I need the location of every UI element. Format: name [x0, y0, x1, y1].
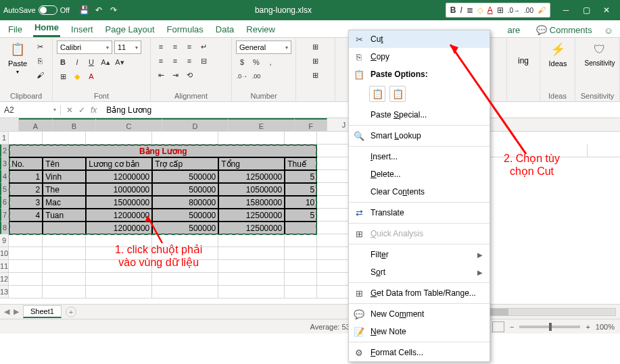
cell[interactable]: 800000 — [152, 196, 218, 209]
cell[interactable] — [285, 286, 317, 298]
cell[interactable]: Bảng Lương — [9, 145, 317, 157]
row-header[interactable]: 4 — [0, 170, 9, 183]
paste-button[interactable]: 📋 Paste ▾ — [4, 41, 31, 75]
decrease-font-icon[interactable]: A▾ — [114, 56, 126, 68]
row-header[interactable]: 5 — [0, 183, 9, 196]
cell[interactable] — [317, 222, 351, 234]
cell[interactable] — [588, 145, 620, 157]
row-header[interactable]: 13 — [0, 286, 9, 298]
cell[interactable] — [9, 273, 43, 286]
cell[interactable] — [285, 132, 317, 145]
fill-color-icon[interactable]: ◆ — [71, 70, 83, 82]
wrap-text-icon[interactable]: ↵ — [197, 41, 210, 53]
cell[interactable] — [9, 286, 43, 298]
cell[interactable] — [9, 132, 43, 145]
cell[interactable]: 12500000 — [218, 222, 285, 234]
font-color-icon[interactable]: A — [85, 70, 97, 82]
font-color-icon[interactable]: A — [486, 5, 494, 15]
cell[interactable]: 5 — [285, 170, 317, 183]
cell[interactable]: 500000 — [152, 170, 218, 183]
cell[interactable]: Thuế — [285, 157, 317, 170]
name-box[interactable]: A2 ▾ — [0, 105, 61, 115]
cell[interactable] — [285, 247, 317, 260]
undo-icon[interactable]: ↶ — [93, 5, 104, 16]
copy-icon[interactable]: ⎘ — [34, 55, 46, 67]
menu-new-comment[interactable]: 💬 New Comment — [349, 305, 490, 323]
cell[interactable] — [218, 286, 285, 298]
cell[interactable] — [152, 273, 218, 286]
cell[interactable] — [218, 247, 285, 260]
sheet-nav-prev[interactable]: ◀ — [4, 307, 9, 316]
spreadsheet-grid[interactable]: ABCDEFJKL 12345678910111213 Bảng LươngNo… — [0, 118, 620, 304]
menu-new-note[interactable]: 📝 New Note — [349, 323, 490, 340]
comments-button[interactable]: 💬 Comments — [531, 23, 596, 37]
cell[interactable] — [9, 260, 43, 273]
cell[interactable] — [317, 196, 351, 209]
row-header[interactable]: 2 — [0, 145, 9, 157]
number-format-combo[interactable]: General▾ — [236, 41, 291, 54]
cell[interactable] — [9, 247, 43, 260]
menu-delete[interactable]: Delete... — [349, 165, 490, 183]
font-name-combo[interactable]: Calibri▾ — [57, 41, 112, 54]
align-top-icon[interactable]: ≡ — [155, 41, 167, 53]
cell[interactable] — [218, 273, 285, 286]
cell[interactable] — [218, 234, 285, 247]
row-header[interactable]: 8 — [0, 222, 9, 234]
currency-icon[interactable]: $ — [236, 56, 248, 68]
increase-decimal-icon[interactable]: .0→ — [236, 70, 248, 82]
cell[interactable] — [43, 286, 86, 298]
menu-copy[interactable]: ⎘ Copy — [349, 48, 490, 66]
cell[interactable]: 10 — [285, 196, 317, 209]
menu-get-data[interactable]: ⊞ Get Data from Table/Range... — [349, 284, 490, 302]
zoom-in-button[interactable]: + — [586, 323, 590, 331]
cell[interactable]: 10000000 — [86, 183, 152, 196]
cell[interactable] — [86, 260, 152, 273]
font-size-combo[interactable]: 11▾ — [114, 41, 141, 54]
row-header[interactable]: 12 — [0, 273, 9, 286]
close-button[interactable]: ✕ — [596, 0, 617, 20]
save-icon[interactable]: 💾 — [78, 5, 89, 16]
select-all-corner[interactable] — [0, 118, 19, 131]
cell[interactable] — [317, 157, 351, 170]
cell[interactable]: 12000000 — [86, 222, 152, 234]
cell[interactable] — [317, 286, 351, 298]
cell[interactable]: 500000 — [152, 183, 218, 196]
col-header[interactable]: A — [19, 118, 53, 131]
cell[interactable] — [285, 234, 317, 247]
tab-page-layout[interactable]: Page Layout — [104, 22, 156, 37]
align-icon[interactable]: ≣ — [465, 5, 475, 15]
decrease-decimal-icon[interactable]: .00 — [250, 70, 262, 82]
view-page-break-icon[interactable] — [492, 321, 504, 332]
sheet-nav-next[interactable]: ▶ — [14, 307, 19, 316]
border-icon[interactable]: ⊞ — [496, 5, 505, 15]
cell[interactable] — [152, 234, 218, 247]
col-header[interactable]: E — [229, 118, 295, 131]
cell[interactable] — [317, 209, 351, 222]
format-painter-icon[interactable]: 🖌 — [536, 5, 547, 15]
percent-icon[interactable]: % — [250, 56, 262, 68]
format-painter-icon[interactable]: 🖌 — [34, 69, 46, 81]
cell[interactable]: Lương cơ bản — [86, 157, 152, 170]
cell[interactable] — [86, 273, 152, 286]
col-header[interactable]: D — [162, 118, 229, 131]
cell[interactable]: 10500000 — [218, 183, 285, 196]
tab-insert[interactable]: Insert — [70, 22, 95, 37]
col-header[interactable]: B — [53, 118, 96, 131]
increase-indent-icon[interactable]: ⇥ — [169, 69, 181, 81]
menu-format-cells[interactable]: ⚙ Format Cells... — [349, 344, 490, 361]
bold-btn[interactable]: B — [57, 56, 69, 68]
cell[interactable] — [43, 247, 86, 260]
share-button[interactable]: are — [502, 23, 525, 37]
cell[interactable] — [43, 222, 86, 234]
cell[interactable] — [218, 260, 285, 273]
menu-sort[interactable]: Sort ▶ — [349, 263, 490, 281]
menu-filter[interactable]: Filter ▶ — [349, 246, 490, 263]
cancel-formula-icon[interactable]: ✕ — [66, 105, 73, 115]
cell[interactable] — [152, 247, 218, 260]
menu-insert[interactable]: Insert... — [349, 148, 490, 165]
ideas-button[interactable]: ⚡ Ideas — [544, 41, 571, 68]
cell[interactable]: 4 — [9, 209, 43, 222]
decrease-decimal-icon[interactable]: .00 — [523, 7, 535, 14]
cell[interactable] — [86, 247, 152, 260]
orientation-icon[interactable]: ⟲ — [183, 69, 195, 81]
